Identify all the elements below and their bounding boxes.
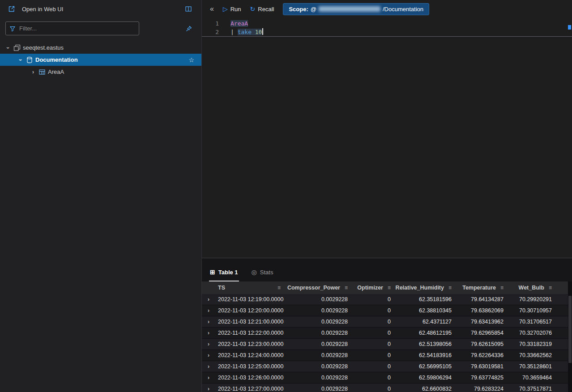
cell-optimizer: 0 <box>354 386 397 392</box>
row-expander-icon[interactable]: › <box>208 363 209 370</box>
scope-selector[interactable]: Scope: @ /Documentation <box>283 3 429 15</box>
cell-optimizer: 0 <box>354 330 397 336</box>
recall-button[interactable]: ↻ Recall <box>250 5 274 13</box>
column-menu-icon[interactable]: ≡ <box>549 285 552 291</box>
table-row[interactable]: › 2022-11-03 12:22:00.0000 0.0029228 0 6… <box>202 328 568 339</box>
column-menu-icon[interactable]: ≡ <box>388 285 391 291</box>
header-compressor-power[interactable]: Compressor_Power ≡ <box>290 281 354 294</box>
open-in-web-ui-link[interactable]: Open in Web UI <box>22 6 63 13</box>
header-relative-humidity[interactable]: Relative_Humidity ≡ <box>397 281 458 294</box>
tree-item-table[interactable]: › AreaA <box>0 66 201 78</box>
row-expander-icon[interactable]: › <box>208 375 209 381</box>
cell-relative-humidity: 62.4371127 <box>397 319 458 325</box>
cluster-label: seeqtest.eastus <box>23 44 64 51</box>
line-number-gutter: 1 2 <box>202 19 221 258</box>
database-label: Documentation <box>35 56 78 63</box>
table-row[interactable]: › 2022-11-03 12:20:00.0000 0.0029228 0 6… <box>202 305 568 316</box>
row-expander-icon[interactable]: › <box>208 386 209 392</box>
cluster-icon <box>13 44 21 51</box>
recall-icon: ↻ <box>250 5 256 13</box>
table-row[interactable]: › 2022-11-03 12:23:00.0000 0.0029228 0 6… <box>202 339 568 350</box>
cell-wet-bulb: 70.29920291 <box>510 296 558 303</box>
table-label: AreaA <box>48 68 64 75</box>
header-ts-label: TS <box>218 285 225 291</box>
row-expander-icon[interactable]: › <box>208 296 209 303</box>
cell-compressor-power: 0.0029228 <box>290 296 354 303</box>
cell-ts: 2022-11-03 12:26:00.0000 <box>215 375 290 381</box>
table-icon <box>38 68 46 76</box>
cell-compressor-power: 0.0029228 <box>290 363 354 370</box>
table-row[interactable]: › 2022-11-03 12:25:00.0000 0.0029228 0 6… <box>202 361 568 372</box>
row-expander-icon[interactable]: › <box>208 341 209 347</box>
query-toolbar: « ▷ Run ↻ Recall Scope: @ /Documentation <box>202 0 572 18</box>
header-filler <box>558 281 568 294</box>
row-expander-icon[interactable]: › <box>208 319 209 325</box>
cell-temperature: 79.6283224 <box>458 386 510 392</box>
chevron-down-icon[interactable]: › <box>5 44 11 51</box>
results-scrollbar[interactable] <box>568 281 572 392</box>
code-line-2: | take 10 <box>231 28 263 36</box>
cell-optimizer: 0 <box>354 352 397 358</box>
code-content: AreaA | take 10 <box>221 19 263 258</box>
app-window: Open in Web UI <box>0 0 572 392</box>
chevron-down-icon[interactable]: › <box>17 56 24 64</box>
cell-ts: 2022-11-03 12:24:00.0000 <box>215 352 290 358</box>
cell-wet-bulb: 70.33182319 <box>510 341 558 347</box>
header-temperature[interactable]: Temperature ≡ <box>458 281 510 294</box>
line-number: 1 <box>202 19 219 28</box>
recall-label: Recall <box>258 6 274 13</box>
header-compressor-power-label: Compressor_Power <box>287 285 340 291</box>
results-panel: ⊞ Table 1 ◎ Stats TS ≡ Compressor_Power <box>202 258 572 392</box>
split-editor-icon[interactable] <box>185 5 192 13</box>
tree-item-cluster[interactable]: › seeqtest.eastus <box>0 42 201 54</box>
cell-compressor-power: 0.0029228 <box>290 375 354 381</box>
tab-stats-label: Stats <box>260 269 273 276</box>
column-menu-icon[interactable]: ≡ <box>448 285 452 291</box>
tree-item-database[interactable]: › Documentation ☆ <box>0 54 201 66</box>
table-row[interactable]: › 2022-11-03 12:27:00.0000 0.0029228 0 6… <box>202 383 568 392</box>
cell-ts: 2022-11-03 12:27:00.0000 <box>215 386 290 392</box>
chevron-right-icon[interactable]: › <box>30 69 37 75</box>
cell-wet-bulb: 70.3659464 <box>510 375 558 381</box>
table-grid-icon: ⊞ <box>210 268 215 276</box>
column-menu-icon[interactable]: ≡ <box>345 285 348 291</box>
play-icon: ▷ <box>223 5 228 13</box>
row-expander-icon[interactable]: › <box>208 307 209 314</box>
cell-ts: 2022-11-03 12:20:00.0000 <box>215 307 290 314</box>
row-expander-icon[interactable]: › <box>208 330 209 336</box>
cell-temperature: 79.62615095 <box>458 341 510 347</box>
header-wet-bulb[interactable]: Wet_Bulb ≡ <box>510 281 558 294</box>
cell-relative-humidity: 62.54183916 <box>397 352 458 358</box>
row-expander-icon[interactable]: › <box>208 352 209 358</box>
filter-input[interactable] <box>19 25 135 32</box>
text-cursor <box>262 28 263 35</box>
collapse-panel-icon[interactable]: « <box>210 5 214 13</box>
cell-wet-bulb: 70.37517871 <box>510 386 558 392</box>
table-row[interactable]: › 2022-11-03 12:21:00.0000 0.0029228 0 6… <box>202 316 568 328</box>
filter-box[interactable] <box>5 21 139 35</box>
query-editor[interactable]: 1 2 AreaA | take 10 <box>202 18 572 258</box>
scope-redacted-cluster <box>319 6 380 12</box>
table-row[interactable]: › 2022-11-03 12:24:00.0000 0.0029228 0 6… <box>202 350 568 361</box>
header-ts[interactable]: TS ≡ <box>215 281 290 294</box>
run-button[interactable]: ▷ Run <box>223 5 241 13</box>
tab-stats[interactable]: ◎ Stats <box>251 264 274 281</box>
token-pipe: | <box>231 29 238 35</box>
results-tabs: ⊞ Table 1 ◎ Stats <box>202 258 572 281</box>
scrollbar-thumb[interactable] <box>568 296 572 363</box>
scope-database: /Documentation <box>383 6 423 13</box>
column-menu-icon[interactable]: ≡ <box>277 285 281 291</box>
pin-icon[interactable] <box>185 25 192 32</box>
column-menu-icon[interactable]: ≡ <box>500 285 504 291</box>
sidebar-header: Open in Web UI <box>0 0 201 18</box>
filter-row <box>0 18 201 39</box>
line-number: 2 <box>202 28 219 36</box>
header-optimizer[interactable]: Optimizer ≡ <box>354 281 397 294</box>
table-row[interactable]: › 2022-11-03 12:26:00.0000 0.0029228 0 6… <box>202 372 568 383</box>
header-expander <box>202 281 215 294</box>
table-row[interactable]: › 2022-11-03 12:19:00.0000 0.0029228 0 6… <box>202 294 568 305</box>
cell-relative-humidity: 62.6600832 <box>397 386 458 392</box>
cell-relative-humidity: 62.48612195 <box>397 330 458 336</box>
tab-table-1[interactable]: ⊞ Table 1 <box>209 264 239 281</box>
favorite-star-icon[interactable]: ☆ <box>188 56 194 64</box>
